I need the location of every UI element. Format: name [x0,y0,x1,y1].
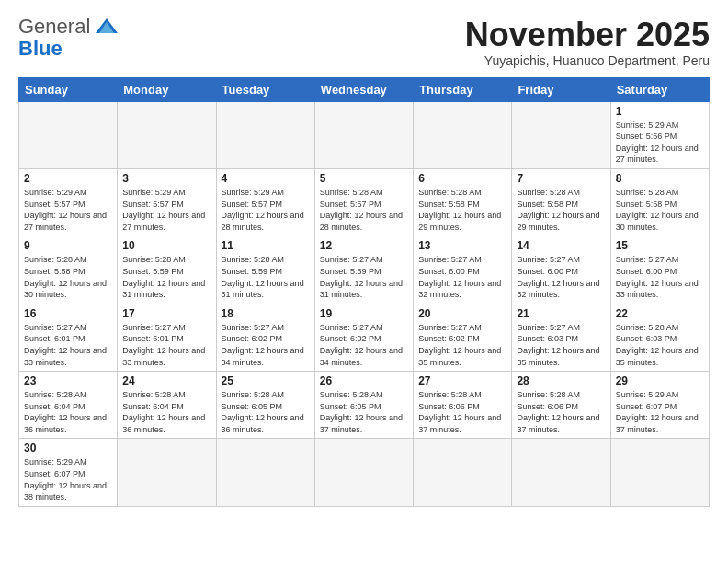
subtitle: Yuyapichis, Huanuco Department, Peru [465,53,710,68]
header-thursday: Thursday [414,77,512,101]
week-row-6: 30 Sunrise: 5:29 AMSunset: 6:07 PMDaylig… [19,439,710,506]
day-6: 6 Sunrise: 5:28 AMSunset: 5:58 PMDayligh… [414,168,512,236]
empty-cell [314,439,413,506]
header-wednesday: Wednesday [314,77,413,101]
calendar: Sunday Monday Tuesday Wednesday Thursday… [18,77,710,507]
day-18: 18 Sunrise: 5:27 AMSunset: 6:02 PMDaylig… [216,304,314,371]
week-row-1: 1 Sunrise: 5:29 AM Sunset: 5:56 PM Dayli… [19,101,710,168]
empty-cell [118,101,216,168]
header-monday: Monday [118,77,216,101]
empty-cell [314,101,413,168]
title-block: November 2025 Yuyapichis, Huanuco Depart… [465,17,710,68]
day-13: 13 Sunrise: 5:27 AMSunset: 6:00 PMDaylig… [414,236,512,304]
day-29: 29 Sunrise: 5:29 AMSunset: 6:07 PMDaylig… [610,372,709,439]
logo-general: General [18,17,90,37]
day-8: 8 Sunrise: 5:28 AMSunset: 5:58 PMDayligh… [610,168,709,236]
week-row-5: 23 Sunrise: 5:28 AMSunset: 6:04 PMDaylig… [19,372,710,439]
day-5: 5 Sunrise: 5:28 AMSunset: 5:57 PMDayligh… [314,168,413,236]
day-24: 24 Sunrise: 5:28 AMSunset: 6:04 PMDaylig… [118,372,216,439]
day-19: 19 Sunrise: 5:27 AMSunset: 6:02 PMDaylig… [314,304,413,371]
day-15: 15 Sunrise: 5:27 AMSunset: 6:00 PMDaylig… [610,236,709,304]
empty-cell [512,101,610,168]
empty-cell [610,439,709,506]
empty-cell [512,439,610,506]
day-17: 17 Sunrise: 5:27 AMSunset: 6:01 PMDaylig… [118,304,216,371]
day-12: 12 Sunrise: 5:27 AMSunset: 5:59 PMDaylig… [314,236,413,304]
week-row-4: 16 Sunrise: 5:27 AMSunset: 6:01 PMDaylig… [19,304,710,371]
day-30: 30 Sunrise: 5:29 AMSunset: 6:07 PMDaylig… [19,439,118,506]
day-11: 11 Sunrise: 5:28 AMSunset: 5:59 PMDaylig… [216,236,314,304]
day-3: 3 Sunrise: 5:29 AMSunset: 5:57 PMDayligh… [118,168,216,236]
day-14: 14 Sunrise: 5:27 AMSunset: 6:00 PMDaylig… [512,236,610,304]
header-tuesday: Tuesday [216,77,314,101]
day-21: 21 Sunrise: 5:27 AMSunset: 6:03 PMDaylig… [512,304,610,371]
week-row-3: 9 Sunrise: 5:28 AMSunset: 5:58 PMDayligh… [19,236,710,304]
day-10: 10 Sunrise: 5:28 AMSunset: 5:59 PMDaylig… [118,236,216,304]
day-22: 22 Sunrise: 5:28 AMSunset: 6:03 PMDaylig… [610,304,709,371]
day-7: 7 Sunrise: 5:28 AMSunset: 5:58 PMDayligh… [512,168,610,236]
weekday-header-row: Sunday Monday Tuesday Wednesday Thursday… [19,77,710,101]
empty-cell [414,101,512,168]
logo-icon [94,17,119,37]
day-26: 26 Sunrise: 5:28 AMSunset: 6:05 PMDaylig… [314,372,413,439]
header-friday: Friday [512,77,610,101]
day-23: 23 Sunrise: 5:28 AMSunset: 6:04 PMDaylig… [19,372,118,439]
day-2: 2 Sunrise: 5:29 AMSunset: 5:57 PMDayligh… [19,168,118,236]
day-28: 28 Sunrise: 5:28 AMSunset: 6:06 PMDaylig… [512,372,610,439]
empty-cell [118,439,216,506]
page: General Blue November 2025 Yuyapichis, H… [0,0,728,516]
empty-cell [216,439,314,506]
day-1: 1 Sunrise: 5:29 AM Sunset: 5:56 PM Dayli… [610,101,709,168]
header-saturday: Saturday [610,77,709,101]
header-sunday: Sunday [19,77,118,101]
logo-blue-text: Blue [18,37,63,60]
empty-cell [414,439,512,506]
header: General Blue November 2025 Yuyapichis, H… [18,17,710,68]
logo: General Blue [18,17,119,61]
day-20: 20 Sunrise: 5:27 AMSunset: 6:02 PMDaylig… [414,304,512,371]
empty-cell [19,101,118,168]
day-16: 16 Sunrise: 5:27 AMSunset: 6:01 PMDaylig… [19,304,118,371]
month-title: November 2025 [465,17,710,53]
week-row-2: 2 Sunrise: 5:29 AMSunset: 5:57 PMDayligh… [19,168,710,236]
day-27: 27 Sunrise: 5:28 AMSunset: 6:06 PMDaylig… [414,372,512,439]
day-4: 4 Sunrise: 5:29 AMSunset: 5:57 PMDayligh… [216,168,314,236]
empty-cell [216,101,314,168]
day-9: 9 Sunrise: 5:28 AMSunset: 5:58 PMDayligh… [19,236,118,304]
day-25: 25 Sunrise: 5:28 AMSunset: 6:05 PMDaylig… [216,372,314,439]
